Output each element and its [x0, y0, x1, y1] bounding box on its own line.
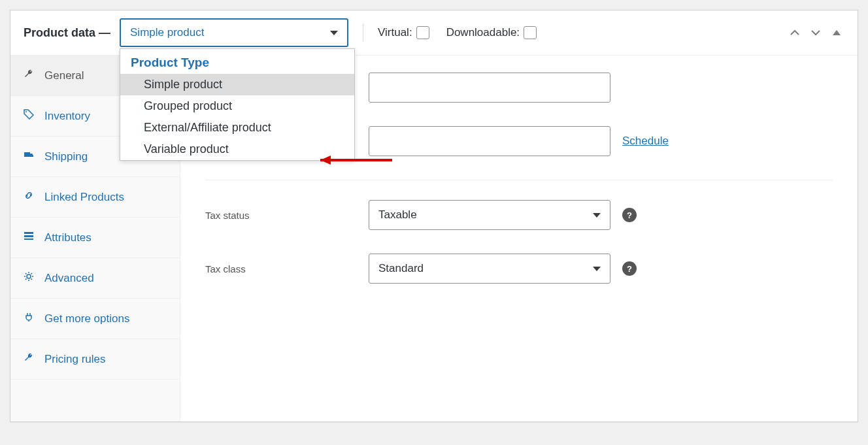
dropdown-option-grouped[interactable]: Grouped product [120, 95, 354, 117]
virtual-checkbox[interactable] [416, 26, 429, 39]
truck-icon [22, 150, 35, 163]
toggle-panel-icon[interactable] [829, 25, 844, 41]
downloadable-label-text: Downloadable: [446, 26, 520, 39]
tab-linked-products[interactable]: Linked Products [10, 177, 180, 218]
dropdown-option-external[interactable]: External/Affiliate product [120, 117, 354, 139]
product-data-panel: Product data — Simple product Product Ty… [10, 10, 858, 422]
header-divider [363, 24, 363, 42]
tab-label: Inventory [44, 110, 90, 123]
schedule-link[interactable]: Schedule [622, 135, 669, 148]
panel-header: Product data — Simple product Product Ty… [10, 10, 858, 56]
chevron-down-icon [593, 213, 601, 218]
tab-label: Get more options [44, 312, 129, 325]
tax-status-label: Tax status [205, 210, 369, 221]
chevron-down-icon [330, 31, 338, 35]
svg-rect-4 [24, 239, 33, 240]
svg-point-0 [25, 111, 27, 112]
regular-price-input[interactable] [369, 73, 610, 103]
header-controls [787, 25, 844, 41]
tab-label: Attributes [44, 231, 92, 244]
product-type-dropdown: Product Type Simple product Grouped prod… [120, 48, 355, 161]
svg-point-5 [27, 274, 31, 278]
tax-class-label: Tax class [205, 263, 369, 274]
tab-get-more-options[interactable]: Get more options [10, 299, 180, 339]
tax-status-select[interactable]: Taxable [369, 200, 610, 230]
header-checkbox-group: Virtual: Downloadable: [378, 26, 537, 39]
svg-rect-2 [24, 232, 33, 234]
product-type-select-value: Simple product [130, 26, 204, 39]
dropdown-group-label: Product Type [120, 49, 354, 74]
tab-pricing-rules[interactable]: Pricing rules [10, 339, 180, 380]
collapse-up-icon[interactable] [787, 25, 803, 41]
collapse-down-icon[interactable] [808, 25, 824, 41]
tag-icon [22, 109, 35, 123]
section-divider [205, 180, 833, 180]
list-icon [22, 231, 35, 244]
tab-label: General [44, 69, 84, 82]
virtual-label-text: Virtual: [378, 26, 412, 39]
tax-status-row: Tax status Taxable ? [205, 200, 833, 230]
product-type-select[interactable]: Simple product [120, 18, 348, 47]
tab-attributes[interactable]: Attributes [10, 218, 180, 258]
chevron-down-icon [593, 267, 601, 271]
product-type-select-wrap: Simple product Product Type Simple produ… [120, 18, 348, 47]
tab-label: Pricing rules [44, 353, 106, 366]
svg-rect-3 [24, 235, 33, 237]
dropdown-option-variable[interactable]: Variable product [120, 139, 354, 160]
panel-title: Product data — [24, 26, 110, 40]
tax-class-select[interactable]: Standard [369, 254, 610, 284]
gear-icon [22, 271, 35, 285]
tax-class-row: Tax class Standard ? [205, 254, 833, 284]
link-icon [22, 190, 35, 204]
sale-price-input[interactable] [369, 126, 610, 156]
tab-label: Advanced [44, 272, 94, 285]
downloadable-checkbox[interactable] [524, 26, 537, 39]
tab-advanced[interactable]: Advanced [10, 258, 180, 299]
tab-label: Linked Products [44, 191, 124, 204]
wrench-icon [22, 352, 35, 366]
tab-label: Shipping [44, 150, 88, 163]
wrench-icon [22, 69, 35, 82]
tax-class-value: Standard [378, 262, 424, 275]
svg-rect-1 [24, 152, 30, 157]
virtual-label[interactable]: Virtual: [378, 26, 429, 39]
help-icon[interactable]: ? [622, 208, 637, 222]
dropdown-option-simple[interactable]: Simple product [120, 74, 354, 95]
downloadable-label[interactable]: Downloadable: [446, 26, 537, 39]
help-icon[interactable]: ? [622, 261, 637, 276]
tax-status-value: Taxable [378, 208, 417, 222]
plug-icon [22, 312, 35, 325]
